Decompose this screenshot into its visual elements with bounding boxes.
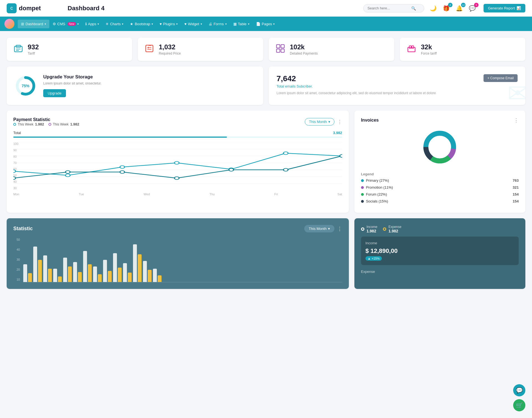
nav-item-widget[interactable]: ♥ Widget ▾ bbox=[181, 20, 205, 28]
price-icon bbox=[144, 43, 154, 55]
line-chart: 10090807060504030 bbox=[13, 142, 342, 198]
income-ie-label: Income bbox=[367, 225, 377, 229]
this-month-label: This Month bbox=[309, 120, 327, 124]
cms-caret: ▾ bbox=[77, 22, 79, 25]
forms-caret: ▾ bbox=[225, 22, 227, 25]
invoices-more-button[interactable]: ⋮ bbox=[514, 117, 519, 123]
stat-card-price: 1,032 Required Price bbox=[138, 38, 263, 61]
socials-count: 154 bbox=[513, 199, 519, 203]
search-icon: 🔍 bbox=[411, 6, 416, 11]
nav-item-cms[interactable]: ⚙ CMS New ▾ bbox=[49, 20, 82, 28]
nav-item-bootstrap[interactable]: ★ Bootstrap ▾ bbox=[127, 20, 156, 28]
forum-color bbox=[361, 193, 364, 196]
nav-apps-label: Apps bbox=[88, 22, 96, 26]
expense-dot bbox=[383, 227, 386, 231]
nav-item-forms[interactable]: 🖨 Forms ▾ bbox=[205, 20, 230, 28]
expense-ie-val: 1.982 bbox=[388, 229, 401, 233]
svg-rect-12 bbox=[408, 47, 415, 52]
svg-point-24 bbox=[13, 170, 16, 173]
dropdown-icon: ▾ bbox=[328, 120, 330, 124]
legend-val-1: 1.982 bbox=[35, 122, 44, 126]
force-number: 32k bbox=[421, 43, 437, 51]
income-amount: $ 12,890,00 bbox=[365, 247, 514, 255]
cms-icon: ⚙ bbox=[53, 22, 56, 26]
logo-text: dompet bbox=[19, 5, 41, 12]
plugins-caret: ▾ bbox=[176, 22, 178, 25]
force-icon bbox=[406, 43, 416, 55]
storage-card: 75% Upgrade Your Storage Lorem ipsum dol… bbox=[7, 66, 263, 105]
moon-button[interactable]: 🌙 bbox=[429, 4, 438, 13]
plugins-icon: ♥ bbox=[160, 22, 162, 26]
tariff-label: Tariff bbox=[28, 52, 39, 55]
header-icons: 🌙 🎁 2 🔔 12 💬 5 Generate Report 📊 bbox=[429, 4, 525, 13]
stat-right-panel: Income 1.982 Expense 1.982 Income $ 12,8… bbox=[354, 218, 525, 289]
charts-caret: ▾ bbox=[122, 22, 123, 25]
income-ie-val: 1.982 bbox=[367, 229, 377, 233]
primary-color bbox=[361, 179, 364, 182]
gift-button[interactable]: 🎁 2 bbox=[442, 4, 451, 13]
nav-table-label: Table bbox=[238, 22, 247, 26]
stat-filter-label: This Month bbox=[309, 227, 326, 231]
invoices-card: Invoices ⋮ Legend Primary (27%) bbox=[354, 111, 525, 213]
search-input[interactable] bbox=[367, 6, 409, 10]
invoices-donut bbox=[361, 128, 519, 166]
nav-bar: ⊞ Dashboard ▾ ⚙ CMS New ▾ ℹ Apps ▾ ✳ Cha… bbox=[0, 17, 532, 31]
primary-count: 763 bbox=[513, 178, 519, 183]
legend-item-forum: Forum (22%) 154 bbox=[361, 192, 519, 196]
tariff-number: 932 bbox=[28, 43, 39, 51]
chat-button[interactable]: 💬 5 bbox=[468, 4, 477, 13]
forms-icon: 🖨 bbox=[209, 22, 212, 26]
promotion-color bbox=[361, 186, 364, 189]
primary-label: Primary (27%) bbox=[366, 178, 389, 183]
badge-value: +15% bbox=[372, 257, 380, 260]
nav-item-dashboard[interactable]: ⊞ Dashboard ▾ bbox=[18, 20, 49, 28]
page-title: Dashboard 4 bbox=[68, 5, 363, 12]
nav-dashboard-label: Dashboard bbox=[25, 22, 43, 26]
svg-point-29 bbox=[283, 152, 288, 155]
nav-forms-label: Forms bbox=[214, 22, 224, 26]
svg-point-31 bbox=[13, 177, 16, 179]
bell-badge: 12 bbox=[461, 3, 466, 7]
statistic-more-button[interactable]: ⋮ bbox=[337, 226, 342, 232]
svg-rect-10 bbox=[277, 49, 280, 52]
pages-caret: ▾ bbox=[273, 22, 275, 25]
payment-card: Payment Statistic This Week 1.982 This W… bbox=[7, 111, 349, 213]
svg-rect-11 bbox=[281, 49, 284, 52]
svg-point-34 bbox=[174, 177, 179, 179]
legend-item-socials: Socials (15%) 154 bbox=[361, 199, 519, 203]
generate-report-button[interactable]: Generate Report 📊 bbox=[484, 4, 525, 12]
svg-point-35 bbox=[229, 168, 234, 171]
statistic-card: Statistic This Month ▾ ⋮ 5040302010 bbox=[7, 218, 349, 289]
svg-point-26 bbox=[120, 166, 125, 168]
this-month-filter[interactable]: This Month ▾ bbox=[305, 118, 334, 125]
stat-card-payments: 102k Detailed Payments bbox=[269, 38, 394, 61]
nav-item-charts[interactable]: ✳ Charts ▾ bbox=[102, 20, 127, 28]
chart-icon: 📊 bbox=[516, 6, 521, 10]
income-detail-box: Income $ 12,890,00 ▲ +15% bbox=[361, 237, 519, 265]
nav-item-pages[interactable]: 📄 Pages ▾ bbox=[253, 20, 278, 28]
payment-more-button[interactable]: ⋮ bbox=[337, 119, 342, 125]
nav-item-apps[interactable]: ℹ Apps ▾ bbox=[82, 20, 103, 28]
payment-legend: This Week 1.982 This Week 1.982 bbox=[13, 122, 79, 126]
line-chart-svg bbox=[13, 142, 342, 191]
email-bg-icon: ✉ bbox=[507, 79, 525, 105]
forum-count: 154 bbox=[513, 192, 519, 196]
apps-caret: ▾ bbox=[98, 22, 99, 25]
nav-item-plugins[interactable]: ♥ Plugins ▾ bbox=[156, 20, 181, 28]
upgrade-button[interactable]: Upgrade bbox=[43, 89, 66, 97]
bell-button[interactable]: 🔔 12 bbox=[455, 4, 464, 13]
storage-donut: 75% bbox=[14, 75, 37, 97]
socials-color bbox=[361, 200, 364, 203]
expense-detail-label: Expense bbox=[361, 270, 519, 274]
nav-item-table[interactable]: ▦ Table ▾ bbox=[230, 20, 253, 28]
badge-arrow: ▲ bbox=[368, 257, 371, 260]
nav-bootstrap-label: Bootstrap bbox=[135, 22, 150, 26]
bootstrap-icon: ★ bbox=[130, 22, 133, 26]
stat-y-labels: 5040302010 bbox=[13, 238, 20, 282]
total-bar-fill bbox=[13, 137, 227, 138]
statistic-filter-button[interactable]: This Month ▾ bbox=[304, 225, 334, 232]
legend-dot-2 bbox=[48, 123, 51, 126]
invoices-legend: Primary (27%) 763 Promotion (11%) 321 Fo… bbox=[361, 178, 519, 203]
chat-badge: 5 bbox=[474, 3, 479, 7]
stat-card-force: 32k Force tariff bbox=[400, 38, 525, 61]
